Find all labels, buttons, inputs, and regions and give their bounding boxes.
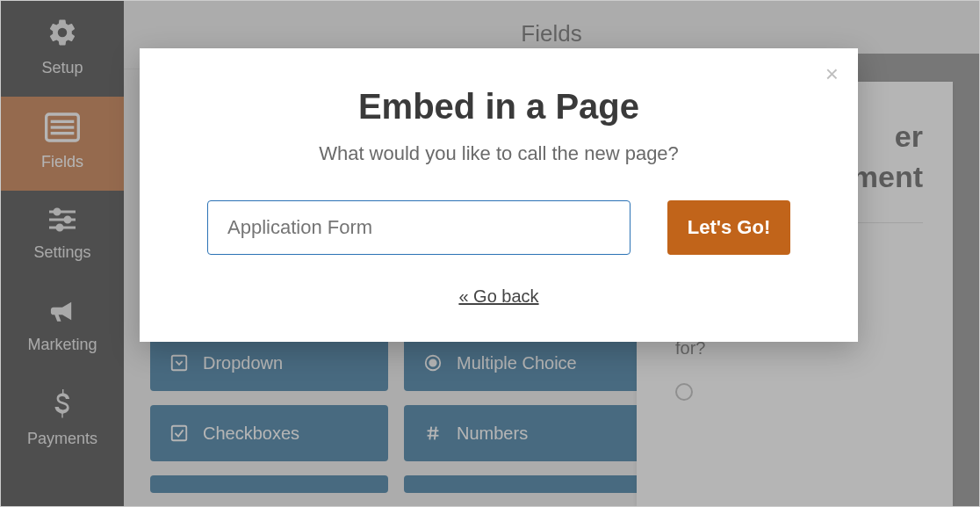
close-button[interactable]: × <box>825 61 839 88</box>
embed-modal: × Embed in a Page What would you like to… <box>140 48 858 342</box>
lets-go-button[interactable]: Let's Go! <box>667 200 790 255</box>
go-back-link[interactable]: « Go back <box>458 286 538 307</box>
page-name-input[interactable] <box>207 200 631 255</box>
modal-title: Embed in a Page <box>182 87 816 127</box>
modal-subtitle: What would you like to call the new page… <box>182 142 816 165</box>
close-icon: × <box>825 61 839 87</box>
